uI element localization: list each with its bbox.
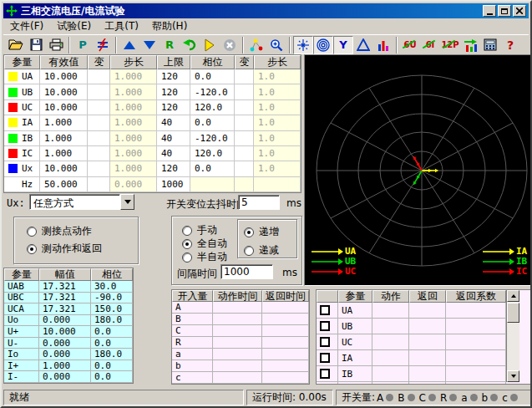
limit-cell[interactable]: 120 xyxy=(157,100,190,115)
delta-connection-button[interactable] xyxy=(353,36,373,54)
six-voltage-button[interactable]: 6U xyxy=(400,36,420,54)
undo-button[interactable] xyxy=(180,36,200,54)
vary-cell[interactable] xyxy=(235,161,254,176)
limit-cell[interactable]: 120 xyxy=(157,161,190,176)
switch-dot-icon xyxy=(510,394,518,401)
step-down-button[interactable] xyxy=(139,36,160,54)
vary-cell[interactable] xyxy=(88,146,110,161)
close-button[interactable] xyxy=(513,5,526,17)
step-up-button[interactable] xyxy=(119,36,139,54)
value-cell[interactable]: 10.000 xyxy=(40,100,88,115)
radio-full-auto[interactable]: 全自动 xyxy=(182,237,227,251)
impedance-button[interactable] xyxy=(93,36,113,54)
value-cell[interactable]: 1.000 xyxy=(40,115,88,130)
polar-grid-button[interactable] xyxy=(313,36,333,54)
radio-action-and-return[interactable]: 测动作和返回 xyxy=(27,242,102,256)
phasor-map-button[interactable] xyxy=(246,36,266,54)
menu-help[interactable]: 帮助(H) xyxy=(145,18,194,35)
value-cell[interactable]: 1.000 xyxy=(40,146,88,161)
vary-cell[interactable] xyxy=(88,84,110,99)
debounce-input[interactable] xyxy=(238,195,280,210)
vary-cell[interactable] xyxy=(88,177,110,192)
checkbox-cell[interactable] xyxy=(317,350,338,366)
start-button[interactable] xyxy=(200,36,220,54)
radio-increment[interactable]: 递增 xyxy=(244,225,279,239)
value-cell[interactable]: 50.000 xyxy=(40,177,88,192)
column-header: 幅值 xyxy=(39,268,91,281)
radio-manual[interactable]: 手动 xyxy=(182,223,217,237)
limit-cell[interactable]: 120 xyxy=(157,69,190,84)
vary-cell[interactable] xyxy=(235,131,254,146)
radio-contact-action[interactable]: 测接点动作 xyxy=(27,224,92,238)
wye-connection-button[interactable]: Y xyxy=(333,36,353,54)
value-cell[interactable]: 1.000 xyxy=(40,131,88,146)
switch-input-table: 开入量 动作时间 返回时间 A B C R a b c xyxy=(171,289,310,385)
radio-semi-auto[interactable]: 半自动 xyxy=(182,250,227,264)
vary-cell[interactable] xyxy=(88,161,110,176)
twelve-phase-button[interactable]: 12P xyxy=(440,36,460,54)
limit-cell[interactable]: 40 xyxy=(157,115,190,130)
help-button[interactable]: ? xyxy=(500,36,520,54)
vary-cell[interactable] xyxy=(235,146,254,161)
radio-decrement[interactable]: 递减 xyxy=(244,243,279,258)
vertical-scrollbar[interactable] xyxy=(506,290,519,382)
phase-cell[interactable]: -120.0 xyxy=(190,84,235,99)
open-button[interactable] xyxy=(6,36,26,54)
limit-cell[interactable]: 40 xyxy=(157,131,190,146)
crosshair-view-button[interactable] xyxy=(293,36,313,54)
vary-cell[interactable] xyxy=(88,115,110,130)
calculator-icon xyxy=(484,38,497,51)
calculator-button[interactable] xyxy=(480,36,500,54)
checkbox-cell[interactable] xyxy=(317,303,338,319)
scroll-up-button[interactable] xyxy=(507,290,519,302)
ux-mode-combobox[interactable]: 任意方式 xyxy=(29,194,134,210)
legend-ib: IB xyxy=(483,257,527,266)
bar-chart-button[interactable] xyxy=(373,36,393,54)
checkbox-cell[interactable] xyxy=(317,366,338,382)
combobox-dropdown-button[interactable] xyxy=(120,194,134,210)
vary-cell[interactable] xyxy=(88,131,110,146)
limit-cell[interactable]: 40 xyxy=(157,146,190,161)
zoom-button[interactable] xyxy=(266,36,286,54)
toolbar: P R xyxy=(3,34,529,54)
maximize-button[interactable] xyxy=(498,5,511,17)
print-button[interactable] xyxy=(46,36,66,54)
scroll-thumb[interactable] xyxy=(507,303,519,323)
phase-cell[interactable]: -120.0 xyxy=(190,131,235,146)
phase-cell[interactable]: 0.0 xyxy=(190,115,235,130)
value-cell[interactable]: 10.000 xyxy=(40,161,88,176)
interval-input[interactable] xyxy=(220,264,273,279)
vary-cell[interactable] xyxy=(235,84,254,99)
harmonics-button[interactable] xyxy=(460,36,480,54)
value-cell[interactable]: 10.000 xyxy=(40,84,88,99)
stop-button[interactable] xyxy=(220,36,240,54)
phase-cell[interactable]: 120.0 xyxy=(190,146,235,161)
phase-cell[interactable]: 0.0 xyxy=(190,161,235,176)
value-cell[interactable]: 10.000 xyxy=(40,69,88,84)
reset-r-button[interactable]: R xyxy=(160,36,180,54)
minimize-button[interactable] xyxy=(483,5,496,17)
save-button[interactable] xyxy=(26,36,46,54)
limit-cell[interactable]: 120 xyxy=(157,84,190,99)
menu-test[interactable]: 试验(E) xyxy=(50,18,98,35)
vary-cell[interactable] xyxy=(88,69,110,84)
phase-cell[interactable]: 120.0 xyxy=(190,100,235,115)
chevron-down-icon xyxy=(124,200,131,204)
vary-cell[interactable] xyxy=(235,115,254,130)
vary-cell[interactable] xyxy=(88,100,110,115)
vary-cell[interactable] xyxy=(235,69,254,84)
menu-file[interactable]: 文件(F) xyxy=(3,18,50,35)
step-up-icon xyxy=(124,41,135,49)
stop-icon xyxy=(223,38,236,52)
phase-cell[interactable]: 0.0 xyxy=(190,69,235,84)
checkbox-cell[interactable] xyxy=(317,334,338,350)
phase-p-button[interactable]: P xyxy=(73,36,93,54)
scroll-down-button[interactable] xyxy=(507,370,519,382)
toolbar-separator xyxy=(289,37,291,54)
six-current-button[interactable]: 6I xyxy=(420,36,440,54)
checkbox-cell[interactable] xyxy=(317,319,338,334)
limit-cell[interactable]: 1000 xyxy=(157,177,190,192)
checkbox-cell[interactable] xyxy=(317,382,338,385)
menu-tools[interactable]: 工具(T) xyxy=(98,18,145,35)
vary-cell[interactable] xyxy=(235,100,254,115)
